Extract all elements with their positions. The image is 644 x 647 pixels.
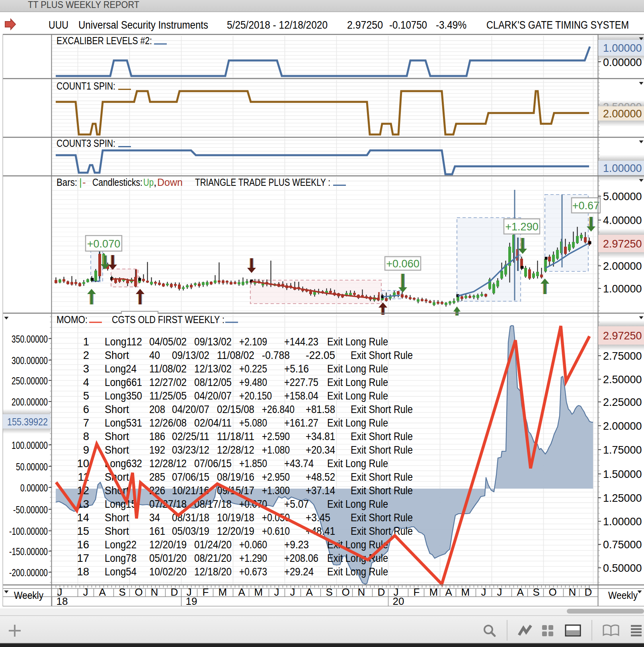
svg-text:09/13/02: 09/13/02 [172,349,209,361]
svg-text:A: A [445,586,453,598]
svg-text:192: 192 [149,444,165,456]
svg-text:MOMO:: MOMO: [57,314,88,325]
svg-text:N: N [358,586,365,598]
svg-text:M: M [219,586,227,598]
svg-text:3: 3 [83,362,89,375]
svg-text:UUU: UUU [49,19,68,31]
svg-text:+144.23: +144.23 [284,335,318,348]
svg-text:11/08/02: 11/08/02 [217,349,254,361]
svg-text:+2.109: +2.109 [239,335,267,348]
svg-text:+0.610: +0.610 [262,525,290,537]
svg-text:+1.850: +1.850 [239,457,267,470]
svg-text:40: 40 [149,349,160,361]
svg-text:A: A [517,586,524,598]
svg-text:-0.10750: -0.10750 [389,19,427,31]
svg-text:200.00000: 200.00000 [12,396,48,408]
svg-text:12/18/20: 12/18/20 [194,565,232,578]
svg-text:1.50000: 1.50000 [603,468,642,480]
svg-text:10/02/20: 10/02/20 [149,565,187,578]
svg-text:+208.06: +208.06 [284,552,318,564]
svg-text:+26.840: +26.840 [262,403,295,415]
svg-text:Candlesticks:: Candlesticks: [92,176,142,188]
svg-text:O: O [549,586,557,598]
svg-text:2.97250: 2.97250 [347,19,383,31]
svg-text:+0.070: +0.070 [87,238,120,250]
svg-text:50.00000: 50.00000 [16,461,48,473]
svg-text:+0.060: +0.060 [386,258,419,270]
svg-text:S: S [119,586,126,598]
svg-text:208: 208 [149,403,165,415]
svg-text:2.50000: 2.50000 [603,374,642,386]
svg-text:5/25/2018 - 12/18/2020: 5/25/2018 - 12/18/2020 [227,19,328,31]
svg-text:+5.16: +5.16 [284,362,309,375]
svg-text:8: 8 [83,430,89,442]
svg-text:+5.07: +5.07 [284,498,309,510]
svg-text:+1.290: +1.290 [239,552,267,564]
svg-text:Short: Short [105,525,129,537]
svg-text:7: 7 [83,417,89,429]
svg-text:CGTS OLD FIRST WEEKLY :: CGTS OLD FIRST WEEKLY : [112,314,224,325]
svg-text:Exit Long Rule: Exit Long Rule [327,362,388,375]
svg-text:S: S [326,586,333,598]
svg-text:03/23/12: 03/23/12 [172,444,209,456]
svg-text:+0.060: +0.060 [239,538,267,551]
svg-text:12/27/02: 12/27/02 [149,376,187,388]
svg-text:Long531: Long531 [105,417,142,429]
svg-text:+2.950: +2.950 [262,471,290,483]
svg-text:Short: Short [105,349,129,361]
svg-text:+0.225: +0.225 [239,362,267,375]
svg-text:F: F [414,586,420,598]
svg-text:+20.150: +20.150 [239,390,272,402]
svg-text:12/20/19: 12/20/19 [149,538,187,551]
svg-text:11/25/05: 11/25/05 [149,390,187,402]
svg-text:Short: Short [105,444,129,456]
svg-text:Short: Short [105,430,129,442]
svg-text:-22.05: -22.05 [306,349,335,361]
svg-text:1.75000: 1.75000 [603,444,642,456]
svg-text:COUNT1 SPIN:: COUNT1 SPIN: [57,80,115,92]
svg-text:05/03/19: 05/03/19 [172,525,209,537]
svg-text:A: A [238,586,246,598]
svg-text:Exit Short Rule: Exit Short Rule [351,511,413,524]
svg-text:2.00000: 2.00000 [603,420,642,432]
svg-text:100.00000: 100.00000 [12,439,48,451]
svg-text:155.39922: 155.39922 [7,416,48,428]
svg-text:05/01/20: 05/01/20 [149,552,187,564]
svg-text:+3.45: +3.45 [306,511,330,524]
svg-text:-: - [82,176,86,188]
svg-text:2.75000: 2.75000 [603,350,642,362]
svg-text:-50.00000: -50.00000 [13,504,48,516]
svg-text:M: M [429,586,438,598]
svg-text:J: J [497,586,502,598]
svg-text:+9.23: +9.23 [284,538,309,551]
svg-text:08/21/20: 08/21/20 [194,552,232,564]
svg-text:-150.00000: -150.00000 [9,546,48,557]
svg-text:12/13/02: 12/13/02 [194,362,232,375]
svg-text:Exit Long Rule: Exit Long Rule [327,565,388,578]
svg-text:285: 285 [149,471,165,483]
svg-text:+20.34: +20.34 [306,444,335,456]
svg-text:Long350: Long350 [105,390,142,402]
svg-text:19: 19 [186,595,197,607]
svg-text:EXCALIBER LEVELS #2:: EXCALIBER LEVELS #2: [57,35,152,47]
svg-text:300.00000: 300.00000 [12,355,48,366]
svg-text:Weekly: Weekly [14,589,43,601]
svg-text:+81.58: +81.58 [306,403,335,415]
svg-text:14: 14 [77,511,89,524]
svg-text:-3.49%: -3.49% [436,19,466,31]
svg-text:M: M [461,586,470,598]
svg-text:08/12/05: 08/12/05 [194,376,232,388]
svg-text:Exit Short Rule: Exit Short Rule [351,430,413,442]
svg-text:,: , [154,176,156,188]
svg-text:+158.04: +158.04 [284,390,318,402]
svg-text:161: 161 [149,525,165,537]
svg-text:O: O [342,586,350,598]
svg-text:TT PLUS WEEKLY REPORT: TT PLUS WEEKLY REPORT [28,0,139,10]
svg-text:Exit Long Rule: Exit Long Rule [327,498,388,510]
svg-text:02/25/11: 02/25/11 [172,430,209,442]
svg-text:D: D [378,586,385,598]
svg-text:17: 17 [77,552,89,564]
svg-text:5.00000: 5.00000 [603,191,642,203]
svg-text:Universal Security Instruments: Universal Security Instruments [78,19,208,31]
svg-text:Exit Long Rule: Exit Long Rule [327,335,388,348]
